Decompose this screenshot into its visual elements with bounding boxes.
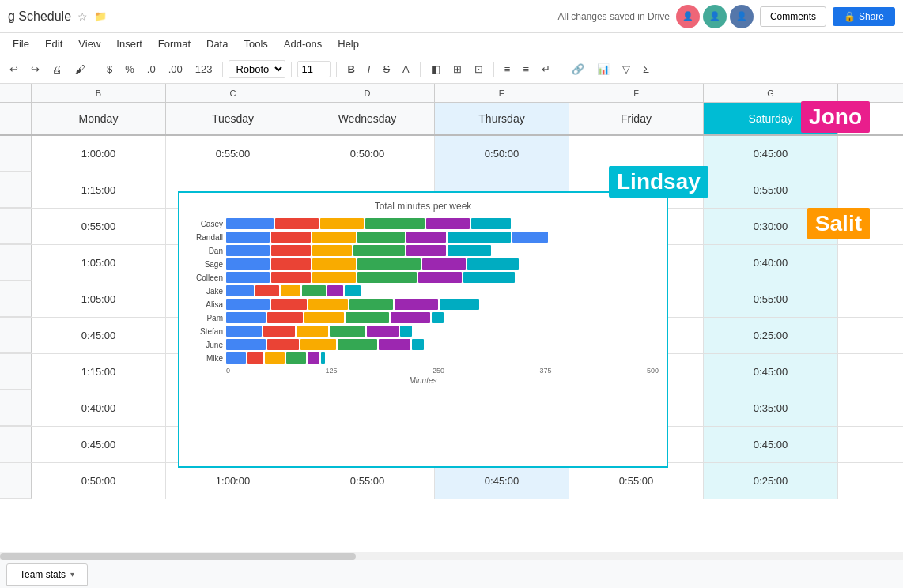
currency-button[interactable]: $	[102, 61, 117, 77]
undo-button[interactable]: ↩	[5, 61, 23, 77]
chart-label-randall: Randall	[187, 233, 223, 242]
borders-button[interactable]: ⊞	[448, 61, 467, 77]
chart-row-june: June	[187, 339, 659, 350]
col-header-b: B	[32, 84, 166, 102]
cell-r9-mon[interactable]: 0:50:00	[32, 463, 166, 499]
col-header-d: D	[300, 84, 435, 102]
day-header-rownum	[0, 103, 32, 134]
autosave-text: All changes saved in Drive	[558, 11, 670, 22]
chart-label-dan: Dan	[187, 247, 223, 255]
cell-r8-sat[interactable]: 0:45:00	[704, 427, 838, 462]
totals-row: 1:00:00 0:55:00 0:50:00 0:50:00 0:45:00	[0, 136, 903, 172]
cell-r4-mon[interactable]: 1:05:00	[32, 281, 166, 317]
menu-edit[interactable]: Edit	[39, 36, 69, 51]
increase-decimal-button[interactable]: .00	[164, 61, 187, 77]
font-select[interactable]: Roboto	[229, 60, 285, 78]
menu-data[interactable]: Data	[200, 36, 234, 51]
day-header-wednesday: Wednesday	[300, 103, 435, 134]
bar-casey-6	[471, 218, 511, 229]
day-headers: Monday Tuesday Wednesday Thursday Friday…	[0, 103, 903, 136]
link-button[interactable]: 🔗	[567, 61, 589, 77]
bar-casey-3	[320, 218, 364, 229]
bar-casey-5	[426, 218, 470, 229]
cell-r1-sat[interactable]: 0:55:00	[704, 172, 838, 208]
wrap-button[interactable]: ↵	[537, 61, 555, 77]
totals-monday[interactable]: 1:00:00	[32, 136, 166, 172]
format-number-button[interactable]: 123	[191, 61, 217, 77]
column-headers: B C D E F G	[0, 84, 903, 103]
italic-button[interactable]: I	[363, 61, 376, 77]
menu-help[interactable]: Help	[331, 36, 365, 51]
bold-button[interactable]: B	[342, 61, 359, 77]
star-icon[interactable]: ☆	[77, 10, 88, 23]
align-center-button[interactable]: ≡	[518, 61, 534, 77]
cell-r9-fri[interactable]: 0:55:00	[569, 463, 704, 499]
chart-button[interactable]: 📊	[592, 61, 614, 77]
filter-button[interactable]: ▽	[618, 61, 635, 77]
align-left-button[interactable]: ≡	[500, 61, 516, 77]
cell-r7-mon[interactable]: 0:40:00	[32, 390, 166, 426]
totals-saturday[interactable]: 0:45:00	[704, 136, 838, 172]
horizontal-scrollbar[interactable]	[0, 552, 903, 560]
totals-wednesday[interactable]: 0:50:00	[300, 136, 435, 172]
avatar-group: 👤 👤 👤	[676, 5, 754, 28]
xaxis-375: 375	[539, 367, 551, 375]
cell-r8-mon[interactable]: 0:45:00	[32, 427, 166, 462]
menu-tools[interactable]: Tools	[237, 36, 274, 51]
menu-addons[interactable]: Add-ons	[278, 36, 328, 51]
cell-r7-sat[interactable]: 0:35:00	[704, 390, 838, 426]
cell-r3-sat[interactable]: 0:40:00	[704, 245, 838, 281]
chart-label-jake: Jake	[187, 287, 223, 296]
cell-r4-sat[interactable]: 0:55:00	[704, 281, 838, 317]
paintformat-button[interactable]: 🖌	[70, 61, 90, 77]
cell-r5-mon[interactable]: 0:45:00	[32, 318, 166, 353]
topbar-right: All changes saved in Drive 👤 👤 👤 Comment…	[558, 5, 895, 28]
cell-r5-sat[interactable]: 0:25:00	[704, 318, 838, 353]
sheet-tab-teamstats[interactable]: Team stats ▾	[6, 564, 88, 586]
cell-r9-wed[interactable]: 0:55:00	[300, 463, 435, 499]
cell-r2-mon[interactable]: 0:55:00	[32, 209, 166, 244]
bar-casey-4	[365, 218, 425, 229]
cell-r9-sat[interactable]: 0:25:00	[704, 463, 838, 499]
font-size-input[interactable]	[297, 61, 331, 77]
chart-label-colleen: Colleen	[187, 273, 223, 282]
menu-format[interactable]: Format	[152, 36, 197, 51]
cell-r6-sat[interactable]: 0:45:00	[704, 354, 838, 390]
day-header-thursday: Thursday	[435, 103, 569, 134]
decrease-decimal-button[interactable]: .0	[142, 61, 161, 77]
strikethrough-button[interactable]: S	[378, 61, 395, 77]
day-header-monday: Monday	[32, 103, 166, 134]
menu-file[interactable]: File	[6, 36, 36, 51]
cell-r6-mon[interactable]: 1:15:00	[32, 354, 166, 390]
chart-label-pam: Pam	[187, 314, 223, 322]
font-color-button[interactable]: A	[398, 61, 414, 77]
chart-xaxis: 0 125 250 375 500	[187, 367, 659, 375]
bar-randall-4	[357, 232, 405, 243]
percent-button[interactable]: %	[120, 61, 139, 77]
chart-bars-colleen	[226, 272, 515, 283]
cell-r3-mon[interactable]: 1:05:00	[32, 245, 166, 281]
redo-button[interactable]: ↪	[26, 61, 44, 77]
cell-r9-tue[interactable]: 1:00:00	[166, 463, 300, 499]
cell-r1-mon[interactable]: 1:15:00	[32, 172, 166, 208]
print-button[interactable]: 🖨	[47, 61, 67, 77]
menubar: File Edit View Insert Format Data Tools …	[0, 33, 903, 55]
fill-color-button[interactable]: ◧	[426, 61, 445, 77]
scrollbar-thumb[interactable]	[0, 553, 356, 560]
comments-button[interactable]: Comments	[760, 6, 826, 27]
totals-thursday[interactable]: 0:50:00	[435, 136, 569, 172]
totals-tuesday[interactable]: 0:55:00	[166, 136, 300, 172]
chart-bars-pam	[226, 312, 444, 323]
function-button[interactable]: Σ	[638, 61, 654, 77]
avatar-1: 👤	[676, 5, 700, 28]
merge-button[interactable]: ⊡	[470, 61, 488, 77]
menu-insert[interactable]: Insert	[110, 36, 149, 51]
cell-r9-thu[interactable]: 0:45:00	[435, 463, 569, 499]
tab-dropdown-arrow[interactable]: ▾	[70, 570, 74, 579]
menu-view[interactable]: View	[72, 36, 107, 51]
folder-icon[interactable]: 📁	[94, 10, 107, 22]
share-button[interactable]: 🔒 Share	[833, 7, 895, 26]
chart-inner: Casey Randall	[187, 218, 659, 364]
lindsay-label: Lindsay	[609, 166, 708, 198]
separator-7	[561, 62, 561, 77]
